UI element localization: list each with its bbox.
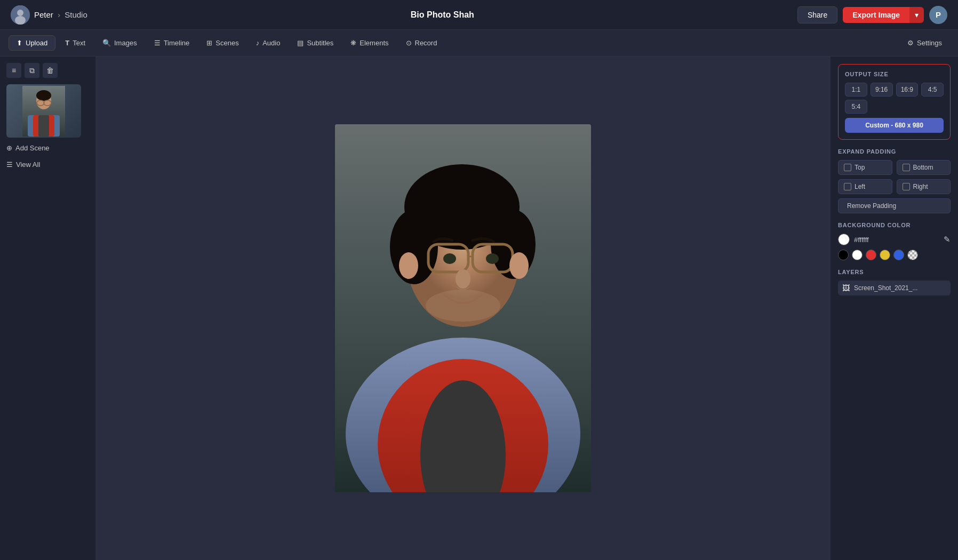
ratio-16-9-button[interactable]: 16:9 xyxy=(896,83,919,97)
add-scene-label: Add Scene xyxy=(15,144,50,152)
user-avatar-small[interactable] xyxy=(11,5,30,25)
svg-point-26 xyxy=(486,253,499,264)
padding-right-label: Right xyxy=(913,183,928,190)
audio-icon: ♪ xyxy=(256,39,260,47)
export-dropdown-button[interactable]: ▾ xyxy=(909,7,924,23)
color-picker-row: #ffffff ✎ xyxy=(838,234,951,245)
scene-duplicate-button[interactable]: ⧉ xyxy=(25,63,39,78)
scene-delete-button[interactable]: 🗑 xyxy=(43,63,58,78)
swatch-white[interactable] xyxy=(852,250,863,260)
scene-thumbnail[interactable] xyxy=(6,84,81,138)
text-button[interactable]: T Text xyxy=(58,36,93,50)
padding-top-label: Top xyxy=(855,164,865,171)
audio-button[interactable]: ♪ Audio xyxy=(249,36,288,50)
top-bar-left: Peter › Studio xyxy=(11,5,87,25)
layers-section: LAYERS 🖼 Screen_Shot_2021_... xyxy=(838,269,951,295)
swatch-black[interactable] xyxy=(838,250,849,260)
padding-bottom-button[interactable]: Bottom xyxy=(897,160,951,175)
sidebar: ≡ ⧉ 🗑 xyxy=(0,57,96,560)
share-button[interactable]: Share xyxy=(797,6,837,23)
layer-name: Screen_Shot_2021_... xyxy=(854,284,917,292)
svg-point-27 xyxy=(456,269,470,289)
padding-left-button[interactable]: Left xyxy=(838,179,892,194)
settings-button[interactable]: ⚙ Settings xyxy=(900,36,949,50)
layer-item[interactable]: 🖼 Screen_Shot_2021_... xyxy=(838,281,951,295)
padding-bottom-label: Bottom xyxy=(913,164,933,171)
remove-padding-label: Remove Padding xyxy=(847,202,896,210)
upload-button[interactable]: ⬆ Upload xyxy=(9,35,55,51)
settings-icon: ⚙ xyxy=(907,39,914,47)
canvas-area[interactable] xyxy=(96,57,830,560)
swatch-yellow[interactable] xyxy=(880,250,890,260)
svg-point-29 xyxy=(399,252,418,279)
canvas-image xyxy=(335,124,591,492)
view-all-label: View All xyxy=(16,161,40,169)
view-all-button[interactable]: ☰ View All xyxy=(6,158,89,171)
top-bar: Peter › Studio Bio Photo Shah Share Expo… xyxy=(0,0,958,30)
svg-point-30 xyxy=(509,252,529,279)
svg-point-1 xyxy=(17,10,23,16)
elements-button[interactable]: ❋ Elements xyxy=(343,36,396,50)
subtitles-icon: ▤ xyxy=(297,39,304,47)
color-hex-value: #ffffff xyxy=(854,236,939,244)
page-title: Bio Photo Shah xyxy=(411,10,474,20)
ratio-5-4-button[interactable]: 5:4 xyxy=(845,100,867,114)
padding-grid: Top Bottom Left Right xyxy=(838,160,951,194)
images-label: Images xyxy=(114,39,137,47)
padding-bottom-icon xyxy=(903,164,910,171)
remove-padding-button[interactable]: Remove Padding xyxy=(838,198,951,213)
elements-icon: ❋ xyxy=(350,39,356,47)
padding-left-label: Left xyxy=(855,183,865,190)
custom-size-button[interactable]: Custom - 680 x 980 xyxy=(845,118,944,133)
svg-point-2 xyxy=(15,16,26,25)
thumbnail-preview xyxy=(22,86,65,137)
size-ratio-grid: 1:1 9:16 16:9 4:5 5:4 xyxy=(845,83,944,114)
padding-top-button[interactable]: Top xyxy=(838,160,892,175)
record-icon: ⊙ xyxy=(406,39,412,47)
top-bar-right: Share Export Image ▾ P xyxy=(797,6,947,24)
ratio-1-1-button[interactable]: 1:1 xyxy=(845,83,867,97)
swatch-blue[interactable] xyxy=(893,250,904,260)
swatch-red[interactable] xyxy=(866,250,876,260)
ratio-9-16-button[interactable]: 9:16 xyxy=(871,83,893,97)
subtitles-button[interactable]: ▤ Subtitles xyxy=(290,36,341,50)
add-icon: ⊕ xyxy=(6,144,12,152)
timeline-label: Timeline xyxy=(164,39,190,47)
user-avatar-top[interactable]: P xyxy=(929,6,947,24)
toolbar: ⬆ Upload T Text 🔍 Images ☰ Timeline ⊞ Sc… xyxy=(0,30,958,57)
timeline-button[interactable]: ☰ Timeline xyxy=(147,36,197,50)
images-icon: 🔍 xyxy=(102,39,111,47)
settings-label: Settings xyxy=(917,39,942,47)
main-color-swatch[interactable] xyxy=(838,234,850,245)
audio-label: Audio xyxy=(262,39,280,47)
breadcrumb-user[interactable]: Peter xyxy=(34,10,53,19)
eyedropper-button[interactable]: ✎ xyxy=(944,235,951,244)
record-label: Record xyxy=(415,39,437,47)
padding-top-icon xyxy=(844,164,851,171)
output-size-section: OUTPUT SIZE 1:1 9:16 16:9 4:5 5:4 Custom… xyxy=(838,64,951,140)
images-button[interactable]: 🔍 Images xyxy=(95,36,145,50)
scenes-icon: ⊞ xyxy=(206,39,212,47)
background-color-section: BACKGROUND COLOR #ffffff ✎ xyxy=(838,222,951,260)
scene-align-button[interactable]: ≡ xyxy=(6,63,21,78)
record-button[interactable]: ⊙ Record xyxy=(398,36,445,50)
text-icon: T xyxy=(65,39,69,47)
background-color-title: BACKGROUND COLOR xyxy=(838,222,951,228)
add-scene-button[interactable]: ⊕ Add Scene xyxy=(6,142,89,154)
scene-thumbnail-image xyxy=(6,84,81,138)
swatch-transparent[interactable] xyxy=(907,250,918,260)
list-icon: ☰ xyxy=(6,161,13,169)
color-swatches-row xyxy=(838,250,951,260)
scenes-button[interactable]: ⊞ Scenes xyxy=(199,36,246,50)
export-button[interactable]: Export Image xyxy=(843,7,909,23)
timeline-icon: ☰ xyxy=(154,39,161,47)
breadcrumb-separator: › xyxy=(58,10,60,19)
layers-title: LAYERS xyxy=(838,269,951,275)
output-size-title: OUTPUT SIZE xyxy=(845,71,944,77)
main-photo xyxy=(335,124,591,492)
main-layout: ≡ ⧉ 🗑 xyxy=(0,57,958,560)
padding-right-button[interactable]: Right xyxy=(897,179,951,194)
ratio-4-5-button[interactable]: 4:5 xyxy=(921,83,944,97)
scenes-label: Scenes xyxy=(215,39,238,47)
elements-label: Elements xyxy=(360,39,388,47)
